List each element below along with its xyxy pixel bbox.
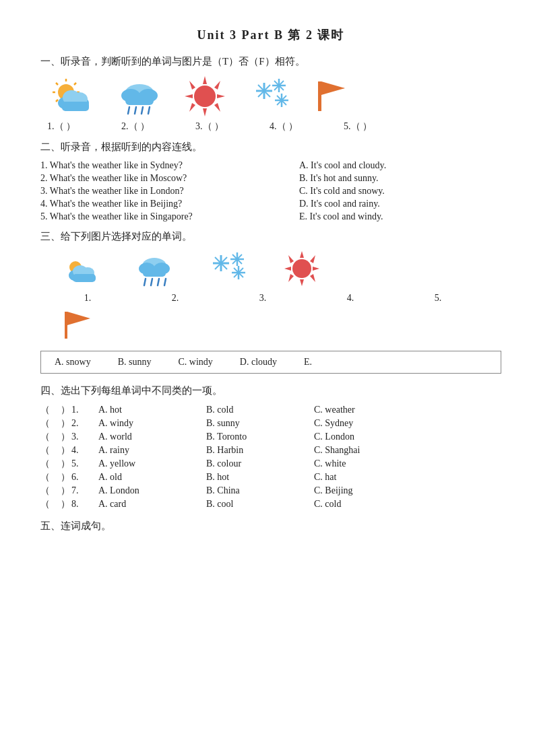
section3-nums: 1. 2. 3. 4. 5. — [61, 293, 501, 304]
icon-cloudy-sunny — [47, 77, 96, 115]
svg-marker-44 — [321, 81, 345, 95]
svg-line-20 — [141, 107, 143, 114]
svg-line-55 — [144, 279, 146, 285]
s4-a-3: A. world — [98, 432, 206, 442]
match-row-3: 3. What's the weather like in London? C.… — [40, 186, 501, 197]
match-row-4: 4. What's the weather like in Beijing? D… — [40, 199, 501, 209]
svg-marker-23 — [203, 76, 207, 84]
match-right-2: B. It's hot and sunny. — [299, 173, 501, 184]
word-d: D. cloudy — [240, 357, 277, 368]
svg-marker-79 — [310, 274, 315, 282]
s4-num-2: 2. — [71, 418, 98, 429]
s4-c-2: C. Sydney — [314, 418, 422, 429]
s4-a-8: A. card — [98, 499, 206, 510]
num3: 3.（ ） — [195, 121, 270, 133]
s4-b-4: B. Harbin — [206, 445, 314, 456]
s4-c-8: C. cold — [314, 499, 422, 510]
word-c: C. windy — [178, 357, 212, 368]
svg-marker-76 — [288, 255, 294, 263]
word-a: A. snowy — [55, 357, 91, 368]
svg-marker-25 — [185, 94, 193, 98]
svg-line-58 — [164, 279, 166, 285]
svg-point-71 — [292, 259, 311, 278]
svg-line-57 — [158, 279, 159, 285]
icon-sunny-hot — [183, 75, 226, 118]
icon-rainy — [116, 77, 163, 116]
s4-c-4: C. Shanghai — [314, 445, 422, 456]
s4-paren-1: （ — [40, 404, 61, 416]
svg-point-22 — [194, 85, 216, 107]
s4-b-1: B. cold — [206, 405, 314, 415]
svg-marker-24 — [203, 108, 207, 116]
s4-b-6: B. hot — [206, 472, 314, 483]
section3-wordbox: A. snowy B. sunny C. windy D. cloudy E. — [40, 351, 501, 374]
svg-rect-17 — [125, 97, 154, 105]
s4-b-8: B. cool — [206, 499, 314, 510]
s4-b-5: B. colour — [206, 458, 314, 469]
svg-line-5 — [56, 83, 58, 85]
s4-b-2: B. sunny — [206, 418, 314, 429]
svg-line-7 — [56, 100, 58, 102]
section1-icons — [47, 75, 501, 118]
match-left-1: 1. What's the weather like in Sydney? — [40, 160, 270, 171]
s4-c-5: C. white — [314, 458, 422, 469]
svg-marker-74 — [284, 267, 291, 271]
section1-numbers: 1.（ ） 2.（ ） 3.（ ） 4.（ ） 5.（ ） — [47, 121, 501, 133]
match-row-1: 1. What's the weather like in Sydney? A.… — [40, 160, 501, 171]
s4-row-7: （ ） 7. A. London B. China C. Beijing — [40, 485, 501, 497]
s4-num-8: 8. — [71, 499, 98, 510]
match-right-4: D. It's cool and rainy. — [299, 199, 501, 209]
section5-title: 五、连词成句。 — [40, 520, 501, 532]
s4-a-1: A. hot — [98, 405, 206, 415]
s4-paren-4: （ — [40, 444, 61, 456]
s3-num-4: 4. — [323, 293, 377, 304]
num4: 4.（ ） — [270, 121, 344, 133]
s4-a-7: A. London — [98, 485, 206, 496]
svg-marker-77 — [310, 255, 315, 263]
s4-b-7: B. China — [206, 485, 314, 496]
svg-rect-80 — [65, 312, 67, 339]
svg-line-18 — [128, 107, 129, 114]
s4-c-7: C. Beijing — [314, 485, 422, 496]
svg-marker-29 — [189, 103, 195, 112]
match-left-3: 3. What's the weather like in London? — [40, 186, 270, 197]
num5: 5.（ ） — [344, 121, 418, 133]
s4-num-5: 5. — [71, 458, 98, 469]
s4-c-1: C. weather — [314, 405, 422, 415]
match-left-2: 2. What's the weather like in Moscow? — [40, 173, 270, 184]
svg-marker-72 — [300, 251, 304, 258]
svg-marker-26 — [217, 94, 225, 98]
word-b: B. sunny — [118, 357, 152, 368]
s4-num-7: 7. — [71, 485, 98, 496]
match-left-4: 4. What's the weather like in Beijing? — [40, 199, 270, 209]
icon-snowy — [247, 76, 292, 116]
svg-rect-54 — [143, 270, 166, 277]
s4-row-2: （ ） 2. A. windy B. sunny C. Sydney — [40, 417, 501, 429]
s4-row-4: （ ） 4. A. rainy B. Harbin C. Shanghai — [40, 444, 501, 456]
icon-windy — [313, 77, 350, 115]
s3-num-3: 3. — [236, 293, 290, 304]
s4-a-5: A. yellow — [98, 458, 206, 469]
svg-line-56 — [151, 279, 152, 285]
section3-icons — [61, 250, 501, 290]
svg-rect-13 — [62, 102, 89, 111]
s4-a-4: A. rainy — [98, 445, 206, 456]
s4-row-8: （ ） 8. A. card B. cool C. cold — [40, 498, 501, 510]
s4-paren-2: （ — [40, 417, 61, 429]
svg-marker-73 — [300, 279, 304, 286]
s4-c-6: C. hat — [314, 472, 422, 483]
s4-row-3: （ ） 3. A. world B. Toronto C. London — [40, 431, 501, 443]
s4-num-3: 3. — [71, 432, 98, 442]
s4-num-6: 6. — [71, 472, 98, 483]
match-row-5: 5. What's the weather like in Singapore?… — [40, 211, 501, 222]
match-right-3: C. It's cold and snowy. — [299, 186, 501, 197]
page-title: Unit 3 Part B 第 2 课时 — [40, 27, 501, 43]
s3-icon-4 — [283, 250, 321, 290]
s3-icon-1 — [61, 255, 101, 290]
s4-paren-8: （ — [40, 498, 61, 510]
s4-b-3: B. Toronto — [206, 432, 314, 442]
num2: 2.（ ） — [121, 121, 195, 133]
svg-line-19 — [135, 107, 136, 114]
s3-icon-3 — [208, 252, 249, 290]
s4-row-1: （ ） 1. A. hot B. cold C. weather — [40, 404, 501, 416]
